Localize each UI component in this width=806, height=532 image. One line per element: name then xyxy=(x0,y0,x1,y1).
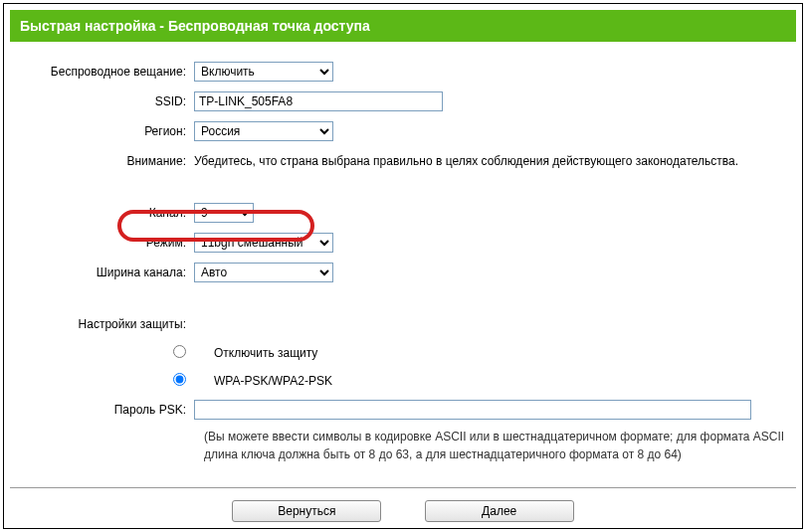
mode-label: Режим: xyxy=(10,236,194,250)
page-title: Быстрая настройка - Беспроводная точка д… xyxy=(10,10,796,42)
mode-select[interactable]: 11bgn смешанный xyxy=(194,233,333,253)
ssid-label: SSID: xyxy=(10,94,194,108)
channel-width-label: Ширина канала: xyxy=(10,266,194,279)
back-button[interactable]: Вернуться xyxy=(232,500,381,522)
channel-label: Канал: xyxy=(10,206,194,220)
region-select[interactable]: Россия xyxy=(194,121,333,141)
ssid-input[interactable] xyxy=(194,91,443,111)
security-disable-label: Отключить защиту xyxy=(194,346,317,360)
security-wpa-label: WPA-PSK/WPA2-PSK xyxy=(194,374,332,388)
channel-width-select[interactable]: Авто xyxy=(194,263,333,282)
psk-password-label: Пароль PSK: xyxy=(10,403,194,417)
warning-text: Убедитесь, что страна выбрана правильно … xyxy=(194,152,738,170)
psk-password-input[interactable] xyxy=(194,400,751,420)
security-wpa-radio[interactable] xyxy=(173,373,186,386)
security-settings-label: Настройки защиты: xyxy=(10,317,194,331)
wireless-broadcast-select[interactable]: Включить xyxy=(194,62,333,82)
next-button[interactable]: Далее xyxy=(425,500,574,522)
security-disable-radio[interactable] xyxy=(173,345,186,358)
warning-label: Внимание: xyxy=(10,154,194,168)
psk-help-text: (Вы можете ввести символы в кодировке AS… xyxy=(10,428,796,463)
wireless-broadcast-label: Беспроводное вещание: xyxy=(10,65,194,79)
channel-select[interactable]: 9 xyxy=(194,203,254,223)
region-label: Регион: xyxy=(10,124,194,138)
